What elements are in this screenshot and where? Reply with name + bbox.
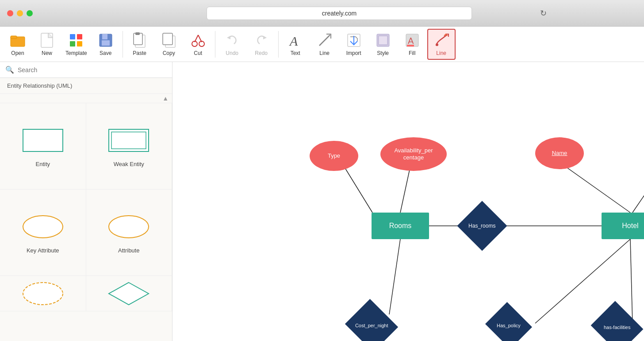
svg-line-22 [319, 35, 330, 46]
category-title: Entity Relationship (UML) [0, 78, 172, 94]
relation-has-facilities[interactable]: has-facilities [591, 301, 644, 341]
attribute-availability[interactable]: Availability_percentage [380, 137, 447, 171]
window-controls [7, 10, 33, 16]
scroll-indicator: ▲ [0, 94, 172, 103]
shape-weak-entity[interactable]: Weak Entity [86, 103, 172, 190]
undo-button[interactable]: Undo [218, 29, 246, 60]
has-policy-label: Has_policy [497, 323, 521, 328]
svg-line-44 [389, 239, 400, 314]
paste-button[interactable]: Paste [126, 29, 154, 60]
svg-rect-8 [102, 34, 107, 39]
svg-point-34 [109, 216, 149, 238]
template-button[interactable]: Template [62, 29, 91, 60]
svg-rect-3 [70, 34, 75, 39]
cut-label: Cut [194, 50, 202, 56]
save-icon [98, 32, 114, 48]
svg-point-35 [23, 283, 63, 305]
shape-key-attribute[interactable]: Key Attribute [0, 190, 86, 276]
has-rooms-label: Has_rooms [468, 223, 495, 229]
paste-icon [132, 32, 148, 48]
relation-cost-per-night[interactable]: Cost_per_night [345, 299, 398, 341]
shape-attribute[interactable]: Attribute [86, 190, 172, 276]
search-bar: 🔍 [0, 62, 172, 78]
line-active-label: Line [436, 50, 446, 56]
undo-label: Undo [226, 50, 238, 56]
folder-icon [10, 32, 26, 48]
fill-button[interactable]: A Fill [398, 29, 426, 60]
svg-rect-12 [135, 32, 140, 35]
scroll-arrow-icon: ▲ [162, 95, 169, 102]
maximize-button[interactable] [27, 10, 33, 16]
redo-button[interactable]: Redo [247, 29, 276, 60]
attribute-shape-preview [107, 213, 151, 242]
style-label: Style [377, 50, 389, 56]
refresh-button[interactable]: ↻ [540, 8, 547, 18]
rooms-label: Rooms [389, 222, 412, 230]
divider-1 [123, 31, 123, 58]
import-button[interactable]: Import [340, 29, 368, 60]
shape-relationship[interactable] [86, 276, 172, 311]
svg-text:A: A [408, 36, 414, 46]
save-button[interactable]: Save [92, 29, 120, 60]
svg-point-29 [436, 43, 438, 46]
shape-entity[interactable]: Entity [0, 103, 86, 190]
style-button[interactable]: Style [369, 29, 397, 60]
line-draw-icon [317, 32, 333, 48]
svg-line-40 [632, 161, 644, 213]
copy-button[interactable]: Copy [155, 29, 183, 60]
shape-derived-attribute[interactable] [0, 276, 86, 311]
svg-line-46 [630, 239, 632, 323]
canvas[interactable]: Availability_percentage Name Rating Type… [172, 62, 644, 341]
paste-label: Paste [133, 50, 146, 56]
text-label: Text [291, 50, 300, 56]
svg-rect-28 [407, 45, 414, 46]
line-draw-label: Line [319, 50, 330, 56]
svg-marker-36 [109, 283, 149, 305]
new-button[interactable]: New [33, 29, 61, 60]
text-button[interactable]: A Text [281, 29, 310, 60]
entity-rooms[interactable]: Rooms [372, 213, 429, 239]
has-facilities-label: has-facilities [604, 325, 631, 330]
svg-marker-19 [227, 36, 230, 39]
relation-has-rooms[interactable]: Has_rooms [457, 201, 507, 251]
attribute-label: Attribute [118, 247, 139, 254]
toolbar: Open New Template [0, 27, 644, 62]
entity-label: Entity [35, 161, 50, 167]
template-icon [68, 32, 84, 48]
svg-rect-9 [102, 40, 110, 46]
svg-line-39 [557, 161, 630, 213]
line-draw-button[interactable]: Line [310, 29, 339, 60]
import-label: Import [346, 50, 361, 56]
svg-rect-30 [23, 129, 63, 151]
diagram-lines [172, 62, 644, 341]
attribute-name[interactable]: Name [535, 137, 584, 169]
cut-button[interactable]: Cut [184, 29, 212, 60]
minimize-button[interactable] [17, 10, 23, 16]
copy-icon [161, 32, 177, 48]
key-attribute-shape-preview [21, 213, 65, 242]
text-icon: A [288, 32, 303, 48]
close-button[interactable] [7, 10, 13, 16]
save-label: Save [100, 50, 111, 56]
open-button[interactable]: Open [4, 29, 32, 60]
svg-rect-14 [163, 33, 172, 45]
cost-per-night-label: Cost_per_night [355, 323, 388, 328]
fill-icon: A [404, 32, 420, 48]
relation-has-policy[interactable]: Has_policy [485, 302, 532, 341]
attribute-type[interactable]: Type [310, 141, 358, 171]
relationship-shape-preview [107, 280, 151, 309]
weak-entity-label: Weak Entity [114, 161, 144, 167]
svg-line-17 [195, 35, 198, 42]
copy-label: Copy [163, 50, 175, 56]
line-active-button[interactable]: Line [427, 29, 456, 60]
main-area: 🔍 Entity Relationship (UML) ▲ Entity [0, 62, 644, 341]
divider-2 [215, 31, 215, 58]
address-bar[interactable]: creately.com [207, 7, 472, 20]
svg-marker-20 [263, 36, 267, 39]
undo-icon [224, 32, 240, 48]
entity-hotel[interactable]: Hotel [602, 213, 644, 239]
type-label: Type [328, 152, 340, 159]
template-label: Template [65, 50, 87, 56]
search-input[interactable] [18, 66, 167, 74]
sidebar: 🔍 Entity Relationship (UML) ▲ Entity [0, 62, 172, 341]
